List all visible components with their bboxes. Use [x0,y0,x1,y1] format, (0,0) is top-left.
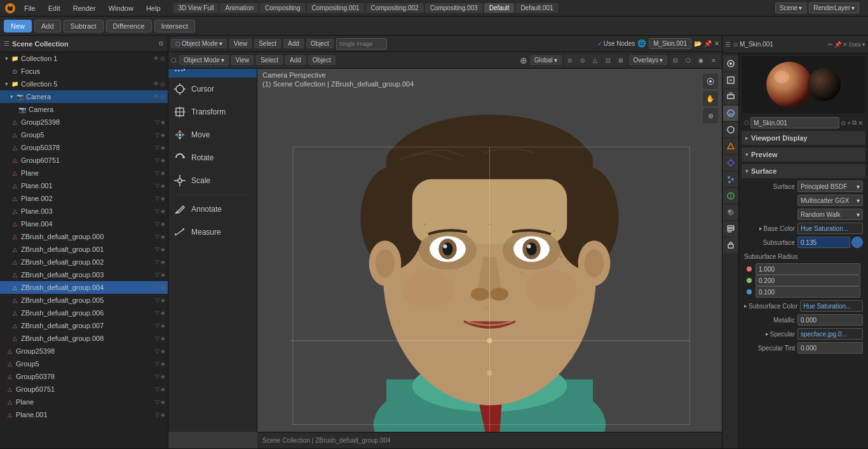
outliner-item-group60751b[interactable]: △ Group60751 ▽ ◈ [0,383,168,396]
toolbar-intersect-btn[interactable]: Intersect [154,20,195,32]
workspace-tab-default[interactable]: Default [484,3,515,13]
gizmo-btn-2[interactable]: ✋ [703,91,718,106]
prop-tab-world[interactable] [723,122,738,137]
outliner-item-zbrush005[interactable]: △ ZBrush_defualt_group.005 ▽ ◈ [0,294,168,307]
mat-edit-icon[interactable]: ✏ [828,41,833,48]
sel-plane[interactable]: ◈ [161,170,165,176]
render-layer-selector[interactable]: RenderLayer ▾ [809,3,859,13]
restrict-icon-c1[interactable]: ◎ [160,55,165,62]
menu-window[interactable]: Window [104,3,139,13]
ss-color-expand-icon[interactable]: ▸ [744,303,747,309]
restrict-plane003[interactable]: ▽ [155,208,159,214]
tool-annotate[interactable]: Annotate [168,198,257,221]
sel-g5b[interactable]: ◈ [161,361,165,367]
prop-tab-scene[interactable] [723,106,738,121]
transform-icon-3[interactable]: △ [590,55,601,66]
data-chevron[interactable]: ▾ [862,41,865,48]
restrict-plane002[interactable]: ▽ [155,195,159,202]
restrict-plane004[interactable]: ▽ [155,221,159,227]
prop-tab-physics[interactable] [723,188,738,204]
mat-browse-btn[interactable]: 📂 [694,40,702,47]
gizmo-btn-3[interactable]: ⊕ [703,108,718,123]
restrict-g60751b[interactable]: ▽ [155,386,159,392]
outliner-item-zbrush004[interactable]: △ ZBrush_defualt_group.004 ▽ ◈ [0,281,168,294]
workspace-tab-compositing002[interactable]: Compositing.002 [366,3,424,13]
transform-icon-5[interactable]: ⊞ [615,55,627,66]
prop-tab-object[interactable] [723,139,738,154]
restrict-plane[interactable]: ▽ [155,170,159,176]
eye-icon-c5[interactable]: 👁 [153,81,159,87]
specular-value[interactable]: specface.jpg.0... [797,328,863,340]
workspace-tab-animation[interactable]: Animation [220,3,258,13]
outliner-item-plane[interactable]: △ Plane ▽ ◈ [0,167,168,179]
subsurface-value[interactable]: 0.135 [797,237,850,248]
vp-object-btn[interactable]: Object [308,55,336,65]
restrict-zb005[interactable]: ▽ [155,297,159,303]
base-color-expand-icon[interactable]: ▸ [759,225,763,231]
outliner-item-plane004[interactable]: △ Plane.004 ▽ ◈ [0,218,168,230]
base-color-value[interactable]: Hue Saturation... [797,223,863,234]
tool-move[interactable]: Move [168,123,257,146]
outliner-item-zbrush000[interactable]: △ ZBrush_defualt_group.000 ▽ ◈ [0,230,168,243]
add-menu-btn[interactable]: Add [283,39,304,48]
sel-plane003[interactable]: ◈ [161,208,165,214]
outliner-item-collection1[interactable]: ▾ 📁 Collection 1 👁 ◎ [0,52,168,65]
use-nodes-toggle[interactable]: ✓ Use Nodes [597,40,635,47]
sel-g50378[interactable]: ◈ [161,144,165,151]
workspace-tab-3dview[interactable]: 3D View Full [173,3,219,13]
mat-delete-small[interactable]: ✕ [858,120,863,127]
sel-cam[interactable]: ◎ [160,93,165,100]
surface-type-dropdown[interactable]: Principled BSDF ▾ [797,181,863,192]
restrict-zb003[interactable]: ▽ [155,272,159,278]
metallic-value[interactable]: 0.000 [797,314,863,326]
toolbar-difference-btn[interactable]: Difference [106,20,152,32]
workspace-tab-compositing001[interactable]: Compositing.001 [307,3,365,13]
vp-view-btn[interactable]: View [231,55,254,65]
select-menu-btn[interactable]: Select [254,39,281,48]
render-icon-3[interactable]: ◉ [695,55,707,66]
restrict-planeb[interactable]: ▽ [155,399,159,405]
restrict-zb004[interactable]: ▽ [155,284,159,291]
tool-transform[interactable]: Transform [168,100,257,123]
scene-selector[interactable]: Scene ▾ [775,3,806,13]
specular-expand-icon[interactable]: ▸ [766,331,769,337]
workspace-tab-compositing003[interactable]: Compositing.003 [425,3,483,13]
restrict-zb002[interactable]: ▽ [155,259,159,265]
mat-pin-btn[interactable]: 📌 [704,40,712,47]
mat-copy-small[interactable]: ⧉ [852,119,857,127]
workspace-tab-compositing[interactable]: Compositing [260,3,306,13]
mat-pin-icon[interactable]: 📌 [834,41,841,48]
mat-browse-icon[interactable]: ⊙ [733,41,738,48]
sel-plane001b[interactable]: ◈ [161,411,165,418]
render-icon-2[interactable]: ⬡ [682,55,694,66]
outliner-filter[interactable]: ⚙ [158,40,164,47]
global-selector[interactable]: Global ▾ [530,55,562,65]
prop-tab-data[interactable] [723,221,738,237]
workspace-tab-default001[interactable]: Default.001 [515,3,558,13]
sel-zb001[interactable]: ◈ [161,246,165,252]
outliner-item-group5[interactable]: △ Group5 ▽ ◈ [0,128,168,141]
sel-plane002[interactable]: ◈ [161,195,165,202]
mat-new-small[interactable]: + [847,120,851,127]
subsurface-circle[interactable] [851,237,863,248]
sel-zb006[interactable]: ◈ [161,310,165,316]
restrict-g25398[interactable]: ▽ [155,119,159,125]
toolbar-add-btn[interactable]: Add [34,20,61,32]
transform-icon-1[interactable]: ⊙ [564,55,576,66]
transform-icon-4[interactable]: ⊡ [602,55,614,66]
sel-zb003[interactable]: ◈ [161,272,165,278]
prop-tab-output[interactable] [723,73,738,88]
outliner-item-collection5[interactable]: ▾ 📁 Collection 5 👁 ◎ [0,78,168,90]
tool-measure[interactable]: Measure [168,221,257,244]
sel-g25398[interactable]: ◈ [161,119,165,125]
tool-scale[interactable]: Scale [168,169,257,192]
restrict-plane001b[interactable]: ▽ [155,411,159,418]
sel-zb002[interactable]: ◈ [161,259,165,265]
viewport-canvas[interactable]: Camera Perspective (1) Scene Collection … [257,69,722,432]
sel-g60751b[interactable]: ◈ [161,386,165,392]
outliner-item-focus[interactable]: ⊙ Focus [0,65,168,78]
object-menu-btn[interactable]: Object [306,39,334,48]
vp-select-btn[interactable]: Select [256,55,283,65]
sel-zb005[interactable]: ◈ [161,297,165,303]
restrict-plane001[interactable]: ▽ [155,183,159,189]
